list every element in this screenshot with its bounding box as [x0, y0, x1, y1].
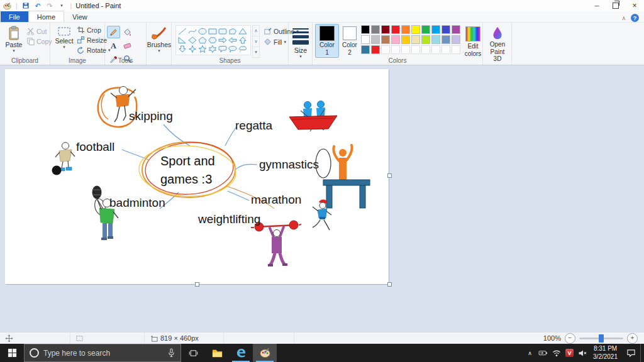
shape-line[interactable]: [177, 27, 187, 36]
close-button[interactable]: ×: [625, 0, 644, 11]
palette-swatch-#ffc90e[interactable]: [401, 35, 410, 44]
shape-hexagon[interactable]: [208, 36, 218, 45]
palette-swatch-#ffffff[interactable]: [361, 35, 370, 44]
shape-up-arrow[interactable]: [238, 36, 248, 45]
palette-swatch-#efe4b0[interactable]: [411, 35, 420, 44]
fill-tool[interactable]: [121, 26, 134, 38]
shape-six-point-star[interactable]: [208, 45, 218, 53]
palette-swatch-empty[interactable]: [411, 45, 420, 54]
palette-swatch-empty[interactable]: [452, 45, 460, 54]
edge-browser-button[interactable]: [229, 344, 253, 362]
eraser-tool[interactable]: [121, 39, 134, 52]
shape-down-arrow[interactable]: [177, 45, 187, 53]
collapse-ribbon-icon[interactable]: ∧: [621, 15, 626, 21]
shape-rounded-callout[interactable]: [218, 45, 228, 53]
taskbar-clock[interactable]: 8:31 PM 3/2/2021: [589, 345, 621, 361]
palette-swatch-#000000[interactable]: [361, 25, 370, 34]
shape-pentagon[interactable]: [197, 36, 208, 45]
palette-swatch-#00a2e8[interactable]: [431, 25, 440, 34]
shape-polygon[interactable]: [228, 27, 238, 36]
microphone-icon[interactable]: [167, 348, 175, 358]
size-button[interactable]: Size ▾: [290, 23, 311, 59]
minimize-button[interactable]: ─: [587, 0, 606, 11]
redo-button[interactable]: ↷: [45, 1, 55, 10]
palette-swatch-#a349a4[interactable]: [452, 25, 460, 34]
palette-swatch-#3f48cc[interactable]: [441, 25, 450, 34]
palette-swatch-#ed1c24[interactable]: [391, 25, 400, 34]
gallery-down-button[interactable]: ∨: [252, 36, 260, 47]
palette-swatch-#880015[interactable]: [381, 25, 390, 34]
paste-button[interactable]: Paste ▾: [4, 24, 24, 53]
select-button[interactable]: Select ▾: [53, 24, 75, 50]
palette-swatch-empty[interactable]: [401, 45, 410, 54]
color2-button[interactable]: Color 2: [338, 25, 362, 58]
fill-button[interactable]: Fill ▾: [264, 37, 286, 47]
palette-swatch-#31789e[interactable]: [361, 45, 370, 54]
shape-rounded-rectangle[interactable]: [218, 27, 228, 36]
palette-swatch-#7f7f7f[interactable]: [371, 25, 380, 34]
palette-swatch-empty[interactable]: [421, 45, 430, 54]
palette-swatch-#22b14c[interactable]: [421, 25, 430, 34]
shape-curve[interactable]: [187, 27, 197, 36]
palette-swatch-#b97a57[interactable]: [381, 35, 390, 44]
palette-swatch-#ff7f27[interactable]: [401, 25, 410, 34]
battery-icon[interactable]: [536, 344, 550, 362]
zoom-out-button[interactable]: −: [565, 333, 575, 344]
drawing-canvas[interactable]: Sport and games :3: [5, 69, 389, 284]
palette-swatch-#ffaec9[interactable]: [391, 35, 400, 44]
shape-five-point-star[interactable]: [197, 45, 208, 53]
edit-colors-button[interactable]: Edit colors: [464, 25, 482, 57]
zoom-in-button[interactable]: +: [627, 333, 638, 344]
restore-button[interactable]: [606, 0, 625, 11]
help-icon[interactable]: ?: [631, 14, 639, 22]
pencil-tool[interactable]: [107, 26, 120, 38]
palette-swatch-empty[interactable]: [391, 45, 400, 54]
open-paint3d-button[interactable]: Open Paint 3D: [486, 25, 509, 63]
palette-swatch-#fff200[interactable]: [411, 25, 420, 34]
show-desktop-button[interactable]: [640, 344, 644, 362]
shape-four-point-star[interactable]: [187, 45, 197, 53]
volume-muted-icon[interactable]: [576, 344, 589, 362]
file-explorer-button[interactable]: [205, 344, 229, 362]
action-center-button[interactable]: [621, 344, 640, 362]
shape-rectangle[interactable]: [208, 27, 218, 36]
palette-swatch-#7092be[interactable]: [441, 35, 450, 44]
canvas-resize-handle-corner[interactable]: [387, 282, 392, 287]
gallery-more-button[interactable]: ▾: [252, 47, 260, 58]
zoom-slider-thumb[interactable]: [599, 334, 604, 343]
shape-ellipse[interactable]: [197, 27, 208, 36]
text-tool[interactable]: A: [107, 39, 120, 52]
paint-taskbar-button[interactable]: [253, 344, 277, 362]
shape-triangle[interactable]: [238, 27, 248, 36]
crop-button[interactable]: Crop: [77, 25, 101, 35]
tab-view[interactable]: View: [64, 11, 96, 22]
antivirus-tray-icon[interactable]: V: [563, 344, 576, 362]
brushes-button[interactable]: Brushes ▾: [148, 24, 170, 53]
undo-button[interactable]: ↶: [33, 1, 43, 10]
palette-swatch-#b5e61d[interactable]: [421, 35, 430, 44]
palette-swatch-empty[interactable]: [381, 45, 390, 54]
task-view-button[interactable]: [181, 344, 205, 362]
shape-right-triangle[interactable]: [177, 36, 187, 45]
resize-button[interactable]: Resize: [77, 35, 107, 45]
palette-swatch-#c8bfe7[interactable]: [452, 35, 460, 44]
shape-left-arrow[interactable]: [228, 36, 238, 45]
tab-home[interactable]: Home: [28, 11, 64, 22]
tab-file[interactable]: File: [1, 11, 28, 22]
palette-swatch-empty[interactable]: [431, 45, 440, 54]
palette-swatch-#c3c3c3[interactable]: [371, 35, 380, 44]
palette-swatch-#e82224[interactable]: [371, 45, 380, 54]
zoom-slider[interactable]: [579, 337, 623, 339]
customize-toolbar-dropdown[interactable]: ▾: [57, 1, 67, 10]
palette-swatch-empty[interactable]: [441, 45, 450, 54]
color1-button[interactable]: Color 1: [315, 24, 339, 58]
shape-cloud-callout[interactable]: [238, 45, 248, 53]
copy-button[interactable]: Copy: [26, 36, 52, 46]
shape-right-arrow[interactable]: [218, 36, 228, 45]
canvas-resize-handle-bottom[interactable]: [195, 282, 199, 287]
palette-swatch-#99d9ea[interactable]: [431, 35, 440, 44]
taskbar-search-input[interactable]: Type here to search: [24, 344, 181, 362]
tray-chevron-icon[interactable]: ∧: [523, 344, 536, 362]
cut-button[interactable]: Cut: [26, 26, 47, 36]
start-button[interactable]: [0, 344, 24, 362]
